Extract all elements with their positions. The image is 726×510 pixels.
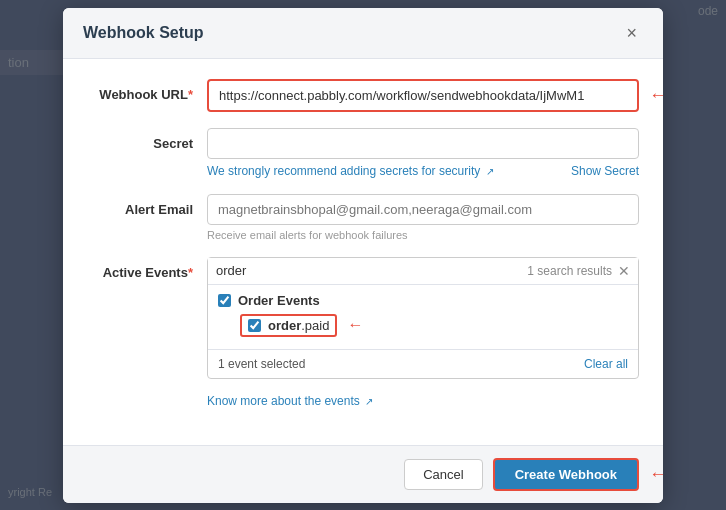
- webhook-url-field: ←: [207, 79, 639, 112]
- alert-email-field: Receive email alerts for webhook failure…: [207, 194, 639, 241]
- search-clear-button[interactable]: ✕: [618, 263, 630, 279]
- order-bold: order: [268, 318, 301, 333]
- active-events-field: 1 search results ✕ Order Events: [207, 257, 639, 409]
- clear-all-link[interactable]: Clear all: [584, 357, 628, 371]
- events-selected-count: 1 event selected: [218, 357, 305, 371]
- external-link-icon: ↗: [486, 166, 494, 177]
- know-more-area: Know more about the events ↗: [207, 386, 639, 409]
- order-paid-event-item: order.paid ←: [240, 314, 628, 337]
- secret-row: Secret We strongly recommend adding secr…: [87, 128, 639, 178]
- order-paid-text: order.paid: [268, 318, 329, 333]
- secret-field: We strongly recommend adding secrets for…: [207, 128, 639, 178]
- events-footer: 1 event selected Clear all: [208, 349, 638, 378]
- modal-overlay: Webhook Setup × Webhook URL* ←: [0, 0, 726, 510]
- required-asterisk-2: *: [188, 265, 193, 280]
- know-more-link[interactable]: Know more about the events ↗: [207, 394, 373, 408]
- search-results-count: 1 search results: [527, 264, 612, 278]
- events-search-bar: 1 search results ✕: [208, 258, 638, 285]
- order-paid-checkbox[interactable]: [248, 319, 261, 332]
- event-arrow-icon: ←: [347, 316, 363, 334]
- active-events-label: Active Events*: [87, 257, 207, 280]
- alert-email-input[interactable]: [207, 194, 639, 225]
- modal-header: Webhook Setup ×: [63, 8, 663, 59]
- webhook-url-input-wrap: [207, 79, 639, 112]
- create-button-arrow-icon: ←: [649, 464, 663, 485]
- events-search-input[interactable]: [216, 263, 527, 278]
- know-more-text: Know more about the events: [207, 394, 360, 408]
- webhook-url-label: Webhook URL*: [87, 79, 207, 102]
- create-button-wrap: Create Webhook ←: [493, 458, 639, 491]
- order-paid-highlighted: order.paid ←: [240, 314, 337, 337]
- create-webhook-button[interactable]: Create Webhook: [493, 458, 639, 491]
- webhook-url-input[interactable]: [209, 81, 637, 110]
- order-events-checkbox[interactable]: [218, 294, 231, 307]
- alert-email-row: Alert Email Receive email alerts for web…: [87, 194, 639, 241]
- events-list: Order Events order.paid ←: [208, 285, 638, 349]
- close-button[interactable]: ×: [620, 22, 643, 44]
- alert-email-label: Alert Email: [87, 194, 207, 217]
- url-arrow-icon: ←: [649, 85, 663, 106]
- webhook-url-row: Webhook URL* ←: [87, 79, 639, 112]
- required-asterisk: *: [188, 87, 193, 102]
- alert-email-hint: Receive email alerts for webhook failure…: [207, 229, 639, 241]
- cancel-button[interactable]: Cancel: [404, 459, 482, 490]
- modal-footer: Cancel Create Webhook ←: [63, 445, 663, 503]
- secret-input[interactable]: [207, 128, 639, 159]
- order-events-label: Order Events: [238, 293, 320, 308]
- events-search-wrap: 1 search results ✕ Order Events: [207, 257, 639, 379]
- modal-title: Webhook Setup: [83, 24, 204, 42]
- order-events-group: Order Events: [218, 293, 628, 308]
- order-normal: .paid: [301, 318, 329, 333]
- webhook-setup-modal: Webhook Setup × Webhook URL* ←: [63, 8, 663, 503]
- know-more-ext-icon: ↗: [365, 396, 373, 407]
- secret-recommendation-link[interactable]: We strongly recommend adding secrets for…: [207, 164, 494, 178]
- show-secret-link[interactable]: Show Secret: [571, 164, 639, 178]
- modal-body: Webhook URL* ← Secret: [63, 59, 663, 445]
- active-events-row: Active Events* 1 search results ✕ Order …: [87, 257, 639, 409]
- secret-hint-area: We strongly recommend adding secrets for…: [207, 164, 639, 178]
- secret-label: Secret: [87, 128, 207, 151]
